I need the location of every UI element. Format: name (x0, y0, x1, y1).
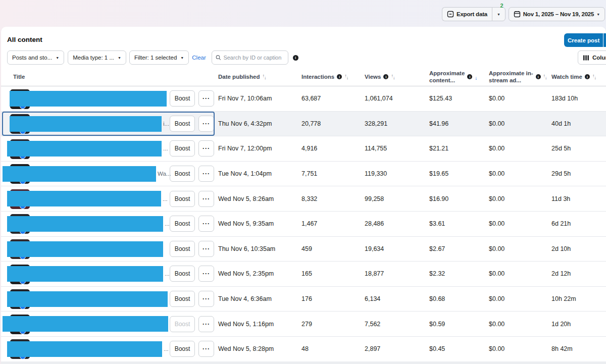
content-card: All content Create post ▼ Posts and sto.… (1, 27, 606, 364)
cell-interactions: 165 (301, 270, 312, 277)
boost-button[interactable]: Boost (170, 90, 195, 107)
boost-button[interactable]: Boost (170, 216, 195, 232)
cell-interactions: 20,778 (301, 120, 321, 127)
column-label: Title (13, 74, 25, 80)
cell-interactions: 48 (301, 345, 309, 352)
cell-instream-ad-revenue: $0.00 (489, 220, 504, 227)
info-icon[interactable]: i (536, 74, 541, 79)
cell-instream-ad-revenue: $0.00 (489, 195, 504, 202)
column-header-title: Title (13, 67, 25, 86)
chevron-down-icon: ▼ (56, 56, 59, 60)
boost-button[interactable]: Boost (170, 191, 195, 207)
cell-views: 28,486 (365, 220, 384, 227)
cell-views: 6,134 (365, 295, 380, 302)
content-type-dropdown[interactable]: Posts and sto...▼ (7, 50, 64, 65)
more-options-button[interactable]: ··· (198, 191, 214, 207)
table-row[interactable]: i... Boost ··· Thu Nov 6, 4:32pm 20,778 … (1, 112, 606, 137)
more-options-button[interactable]: ··· (198, 316, 214, 332)
create-post-options-button[interactable]: ▼ (603, 33, 606, 47)
boost-button[interactable]: Boost (170, 291, 195, 307)
search-input[interactable] (223, 55, 284, 61)
redacted-title (10, 116, 162, 132)
more-options-button[interactable]: ··· (198, 90, 214, 107)
column-header-interactions[interactable]: Interactionsi↑↓ (301, 67, 348, 86)
boost-button[interactable]: Boost (170, 341, 195, 357)
table-row[interactable]: ... Boost ··· Wed Nov 5, 8:28pm 48 2,897… (1, 337, 606, 362)
info-icon[interactable]: i (467, 74, 472, 79)
media-type-dropdown[interactable]: Media type: 1 ...▼ (68, 50, 126, 65)
more-options-button[interactable]: ··· (198, 341, 214, 357)
cell-content-revenue: $21.21 (429, 145, 448, 152)
boost-button[interactable]: Boost (170, 316, 195, 332)
boost-button[interactable]: Boost (170, 140, 195, 157)
cell-watch-time: 6d 21h (551, 220, 571, 227)
redacted-title (7, 266, 163, 282)
table-row[interactable]: Wa... Boost ··· Tue Nov 4, 1:04pm 7,751 … (1, 162, 606, 187)
boost-button[interactable]: Boost (170, 266, 195, 282)
more-options-button[interactable]: ··· (198, 266, 214, 282)
redacted-title (7, 291, 168, 307)
chevron-down-icon: ▼ (118, 56, 121, 60)
cell-date-published: Wed Nov 5, 8:28pm (218, 345, 274, 352)
column-header-date-published[interactable]: Date published↑↓ (218, 67, 266, 86)
boost-button[interactable]: Boost (170, 166, 195, 182)
more-options-button[interactable]: ··· (198, 291, 214, 307)
column-header-approximate-content-revenue[interactable]: Approximatecontent...i↓ (429, 67, 477, 86)
cell-date-published: Fri Nov 7, 12:00pm (218, 145, 272, 152)
table-row[interactable]: Boost ··· Tue Nov 4, 6:36am 176 6,134 $0… (1, 287, 606, 312)
cell-content-revenue: $0.45 (429, 345, 445, 352)
cell-watch-time: 11d 3h (551, 195, 570, 202)
scrollbar-track[interactable] (1, 361, 606, 364)
redacted-title (10, 91, 167, 107)
cell-views: 119,330 (365, 170, 387, 177)
table-row[interactable]: ... Boost ··· Fri Nov 7, 12:00pm 4,916 1… (1, 136, 606, 162)
topbar: Export data ▼ 2 Nov 1, 2025 – Nov 19, 20… (442, 7, 605, 21)
title-truncated-text: ... (165, 221, 170, 227)
title-truncated-text: ... (163, 196, 168, 202)
create-post-button[interactable]: Create post (564, 33, 603, 47)
more-options-button[interactable]: ··· (198, 116, 214, 132)
cell-watch-time: 25d 5h (551, 145, 571, 152)
cell-watch-time: 2d 10h (551, 245, 571, 252)
column-header-views[interactable]: Viewsi↑↓ (365, 67, 394, 86)
export-options-button[interactable]: ▼ (492, 7, 506, 21)
filter-bar: Posts and sto...▼ Media type: 1 ...▼ Fil… (7, 50, 298, 65)
info-icon[interactable]: i (383, 74, 388, 79)
boost-button[interactable]: Boost (170, 241, 195, 257)
cell-date-published: Tue Nov 4, 6:36am (218, 295, 272, 302)
boost-button[interactable]: Boost (170, 116, 195, 132)
table-row[interactable]: Boost ··· Thu Nov 6, 10:35am 459 19,634 … (1, 237, 606, 262)
date-range-button[interactable]: Nov 1, 2025 – Nov 19, 2025 ▼ (509, 7, 605, 21)
info-icon[interactable]: i (293, 55, 298, 61)
column-header-watch-time[interactable]: Watch timei↑↓ (551, 67, 596, 86)
info-icon[interactable]: i (337, 74, 342, 79)
table-row[interactable]: Boost ··· Wed Nov 5, 1:16pm 279 7,562 $0… (1, 311, 606, 337)
column-label: Watch time (551, 74, 582, 80)
table-row[interactable]: ... Boost ··· Wed Nov 5, 8:26am 8,332 99… (1, 186, 606, 212)
cell-watch-time: 40d 1h (551, 120, 571, 127)
export-data-button[interactable]: Export data (442, 7, 492, 21)
date-range-label: Nov 1, 2025 – Nov 19, 2025 (523, 11, 594, 17)
clear-filters-link[interactable]: Clear (192, 55, 206, 61)
sort-icon: ↑↓ (543, 74, 547, 79)
table-row[interactable]: ... Boost ··· Wed Nov 5, 2:35pm 165 18,8… (1, 262, 606, 287)
page-title: All content (7, 36, 42, 43)
more-options-button[interactable]: ··· (198, 216, 214, 232)
cell-views: 18,877 (365, 270, 384, 277)
column-header-approximate-instream-ad[interactable]: Approximate in-stream ad...i↑↓ (489, 67, 547, 86)
sort-icon: ↑↓ (592, 74, 596, 79)
redacted-title (3, 166, 156, 182)
cell-instream-ad-revenue: $0.00 (489, 145, 504, 152)
table-row[interactable]: Boost ··· Fri Nov 7, 10:06am 63,687 1,06… (1, 86, 606, 112)
search-icon (216, 55, 221, 61)
cell-instream-ad-revenue: $0.00 (489, 345, 504, 352)
filter-dropdown[interactable]: Filter: 1 selected▼ (129, 50, 189, 65)
more-options-button[interactable]: ··· (198, 140, 214, 157)
table-row[interactable]: ... Boost ··· Wed Nov 5, 9:35am 1,467 28… (1, 212, 606, 237)
more-options-button[interactable]: ··· (198, 241, 214, 257)
cell-interactions: 1,467 (301, 220, 317, 227)
columns-button[interactable]: Columns (578, 50, 606, 65)
more-options-button[interactable]: ··· (198, 166, 214, 182)
info-icon[interactable]: i (585, 74, 590, 79)
search-box (212, 50, 288, 65)
